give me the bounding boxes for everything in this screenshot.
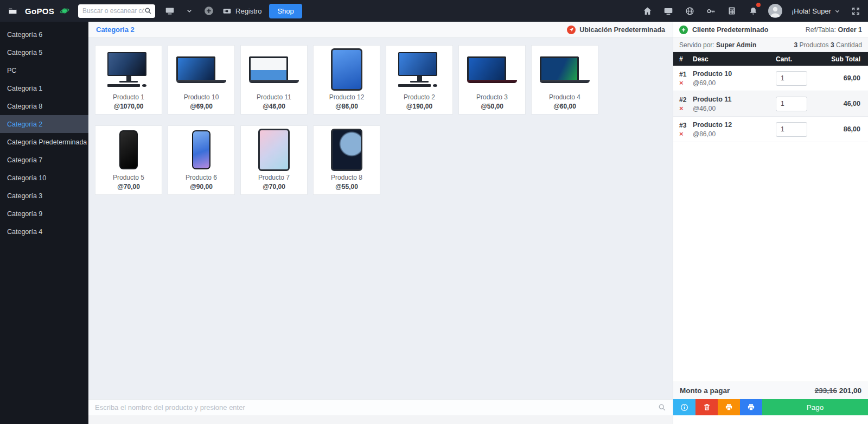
user-menu[interactable]: ¡Hola! Super: [792, 7, 840, 15]
product-card[interactable]: Producto 11 @46,00: [240, 45, 308, 115]
product-image-tablet: [241, 126, 307, 174]
sidebar-item-categoria-7[interactable]: Categoría 7: [0, 151, 88, 169]
main-content: Categoria 2 Ubicación Predeterminada Pro…: [88, 22, 673, 424]
product-search-input[interactable]: [95, 403, 658, 412]
sidebar-item-categoria-2[interactable]: Categoría 2: [0, 115, 88, 133]
location-badge[interactable]: Ubicación Predeterminada: [567, 26, 665, 34]
order-counts: 3 Productos 3 Cantidad: [794, 41, 862, 49]
chevron-down-icon[interactable]: [183, 5, 195, 17]
trash-icon-button[interactable]: [695, 399, 718, 415]
notification-badge: [756, 3, 761, 7]
panel-bottom-spacer: [673, 415, 868, 424]
quantity-input[interactable]: [776, 71, 807, 86]
amount-total: 201,00: [839, 387, 861, 395]
product-card[interactable]: Producto 12 @86,00: [313, 45, 380, 115]
quantity-input[interactable]: [776, 97, 807, 111]
sidebar-item-categoria-10[interactable]: Categoría 10: [0, 169, 88, 187]
product-price: @46,00: [263, 103, 285, 110]
product-image-laptop: [532, 46, 598, 93]
register-label: Registro: [235, 7, 261, 15]
col-subtotal: Sub Total: [820, 55, 868, 63]
product-card[interactable]: Producto 3 @50,00: [458, 45, 526, 115]
sidebar-item-categoria-8[interactable]: Categoría 8: [0, 97, 88, 115]
product-name: Producto 2: [404, 93, 435, 101]
plus-circle-icon[interactable]: [203, 5, 215, 17]
customer-name: Cliente Predeterminado: [692, 26, 768, 34]
printer-icon-button-2[interactable]: [740, 399, 762, 415]
products-count-label: Productos: [800, 41, 829, 49]
calculator-icon[interactable]: [726, 5, 738, 17]
info-button[interactable]: [673, 399, 695, 415]
sidebar-item-categoria-3[interactable]: Categoría 3: [0, 187, 88, 205]
sidebar-item-categoria-5[interactable]: Categoría 5: [0, 43, 88, 61]
printer-icon-button[interactable]: [718, 399, 740, 415]
display-icon[interactable]: [662, 5, 674, 17]
remove-item-icon[interactable]: ×: [679, 105, 693, 111]
product-card[interactable]: Producto 5 @70,00: [95, 125, 162, 195]
sidebar-item-categoria-9[interactable]: Categoría 9: [0, 205, 88, 223]
product-price: @70,00: [263, 183, 285, 191]
pay-button[interactable]: Pago: [762, 399, 868, 415]
quantity-input[interactable]: [776, 122, 807, 137]
product-name: Producto 4: [549, 93, 580, 101]
sidebar-item-pc[interactable]: PC: [0, 61, 88, 79]
product-search-bar: [88, 399, 673, 415]
item-unit-price: @86,00: [693, 130, 776, 138]
ref-value: Order 1: [838, 26, 862, 34]
product-name: Producto 8: [331, 174, 362, 181]
order-item-row: #1 × Producto 10 @69,00 69,00: [673, 66, 868, 91]
product-grid: Producto 1 @1070,00 Producto 10 @69,00 P…: [88, 38, 673, 399]
cash-register-icon: [222, 7, 232, 16]
product-card[interactable]: Producto 4 @60,00: [531, 45, 598, 115]
order-item-row: #2 × Producto 11 @46,00 46,00: [673, 91, 868, 117]
nav-search-input[interactable]: [82, 7, 144, 15]
product-image-desktop: [95, 46, 162, 93]
register-button[interactable]: Registro: [222, 7, 261, 16]
order-table-header: # Desc Cant. Sub Total: [673, 52, 868, 66]
remove-item-icon[interactable]: ×: [679, 80, 693, 86]
product-price: @86,00: [335, 103, 358, 110]
main-header: Categoria 2 Ubicación Predeterminada: [88, 22, 673, 38]
category-sidebar: Categoría 6 Categoría 5 PC Categoría 1 C…: [0, 22, 88, 424]
amount-values: 233,16 201,00: [815, 387, 861, 395]
product-image-phone: [168, 126, 234, 174]
home-icon[interactable]: [641, 5, 653, 17]
remove-item-icon[interactable]: ×: [679, 131, 693, 137]
monitor-icon[interactable]: [164, 5, 176, 17]
item-name: Producto 11: [693, 96, 776, 103]
app-brand: GoPOS: [25, 7, 54, 16]
sidebar-item-categoria-predeterminada[interactable]: Categoría Predeterminada: [0, 133, 88, 151]
sidebar-item-categoria-4[interactable]: Categoría 4: [0, 223, 88, 241]
top-navbar: GoPOS Registro Shop: [0, 0, 868, 22]
order-item-row: #3 × Producto 12 @86,00 86,00: [673, 117, 868, 142]
search-icon[interactable]: [658, 403, 666, 412]
product-price: @55,00: [335, 183, 358, 191]
product-card[interactable]: Producto 6 @90,00: [168, 125, 235, 195]
sidebar-item-categoria-6[interactable]: Categoría 6: [0, 26, 88, 43]
shop-button[interactable]: Shop: [269, 4, 302, 18]
col-desc: Desc: [693, 55, 776, 63]
product-card[interactable]: Producto 7 @70,00: [240, 125, 308, 195]
product-price: @60,00: [553, 103, 576, 110]
product-card[interactable]: Producto 10 @69,00: [168, 45, 235, 115]
customer-selector[interactable]: Cliente Predeterminado: [679, 26, 768, 34]
bell-icon[interactable]: [747, 5, 759, 17]
col-num: #: [673, 55, 693, 63]
order-panel-header: Cliente Predeterminado Ref/Tabla: Order …: [673, 22, 868, 38]
search-icon[interactable]: [144, 7, 152, 15]
amount-due-label: Monto a pagar: [680, 387, 730, 395]
add-customer-icon: [679, 26, 688, 34]
globe-icon[interactable]: [684, 5, 695, 17]
product-name: Producto 7: [258, 174, 290, 181]
fullscreen-icon[interactable]: [850, 5, 861, 17]
product-card[interactable]: Producto 8 @55,00: [313, 125, 380, 195]
product-card[interactable]: Producto 1 @1070,00: [95, 45, 162, 115]
product-name: Producto 1: [113, 93, 144, 101]
product-image-laptop: [168, 46, 234, 93]
folder-menu-icon[interactable]: [7, 5, 18, 17]
product-name: Producto 12: [329, 93, 365, 101]
product-card[interactable]: Producto 2 @190,00: [386, 45, 453, 115]
sidebar-item-categoria-1[interactable]: Categoría 1: [0, 79, 88, 97]
avatar[interactable]: [768, 4, 782, 18]
key-icon[interactable]: [705, 5, 717, 17]
